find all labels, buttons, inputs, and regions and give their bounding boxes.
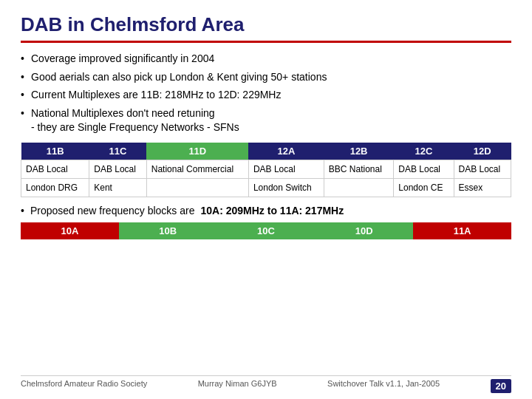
slide: DAB in Chelmsford Area Coverage improved… xyxy=(0,0,532,399)
cell-12a-r2: London Switch xyxy=(248,178,324,197)
cell-12d-r1: DAB Local xyxy=(454,160,511,178)
cell-12c-r1: DAB Local xyxy=(394,160,454,178)
bullet-icon: • xyxy=(21,205,24,216)
proposed-line: • Proposed new frequency blocks are 10A:… xyxy=(21,205,511,216)
th-11c: 11C xyxy=(89,143,146,160)
footer-left: Chelmsford Amateur Radio Society xyxy=(21,379,147,393)
cell-11b-r1: DAB Local xyxy=(21,160,89,178)
th-12a: 12A xyxy=(248,143,324,160)
proposed-freq: 10A: 209MHz to 11A: 217MHz xyxy=(200,205,344,216)
table-row-2: London DRG Kent London Switch London CE … xyxy=(21,178,511,197)
th-10b: 10B xyxy=(119,222,217,239)
bullet-list: Coverage improved significantly in 2004 … xyxy=(21,52,511,135)
page-number: 20 xyxy=(491,379,511,393)
th-11b: 11B xyxy=(21,143,89,160)
th-10c: 10C xyxy=(217,222,316,239)
cell-11d-r2 xyxy=(146,178,248,197)
bullet-4: National Multiplexes don't need retuning… xyxy=(21,106,511,135)
footer-center: Murray Niman G6JYB xyxy=(198,379,277,393)
cell-12d-r2: Essex xyxy=(454,178,511,197)
cell-12a-r1: DAB Local xyxy=(248,160,324,178)
th-10d: 10D xyxy=(315,222,413,239)
footer-right: Switchover Talk v1.1, Jan-2005 xyxy=(327,379,440,393)
slide-title: DAB in Chelmsford Area xyxy=(21,13,244,35)
th-12c: 12C xyxy=(394,143,454,160)
footer: Chelmsford Amateur Radio Society Murray … xyxy=(21,375,511,393)
cell-11b-r2: London DRG xyxy=(21,178,89,197)
th-12b: 12B xyxy=(324,143,394,160)
th-12d: 12D xyxy=(454,143,511,160)
freq-table: 10A 10B 10C 10D 11A xyxy=(21,222,511,239)
mux-table: 11B 11C 11D 12A 12B 12C 12D DAB Local DA… xyxy=(21,143,511,197)
title-area: DAB in Chelmsford Area xyxy=(21,13,511,43)
cell-12b-r1: BBC National xyxy=(324,160,394,178)
proposed-label: Proposed new frequency blocks are xyxy=(30,205,195,216)
cell-11d-r1: National Commercial xyxy=(146,160,248,178)
cell-11c-r1: DAB Local xyxy=(89,160,146,178)
th-10a: 10A xyxy=(21,222,119,239)
th-11a: 11A xyxy=(413,222,511,239)
cell-11c-r2: Kent xyxy=(89,178,146,197)
table-row-1: DAB Local DAB Local National Commercial … xyxy=(21,160,511,178)
bullet-1: Coverage improved significantly in 2004 xyxy=(21,52,511,66)
cell-12c-r2: London CE xyxy=(394,178,454,197)
bullet-2: Good aerials can also pick up London & K… xyxy=(21,70,511,85)
th-11d: 11D xyxy=(146,143,248,160)
cell-12b-r2 xyxy=(324,178,394,197)
bullet-3: Current Multiplexes are 11B: 218MHz to 1… xyxy=(21,88,511,103)
